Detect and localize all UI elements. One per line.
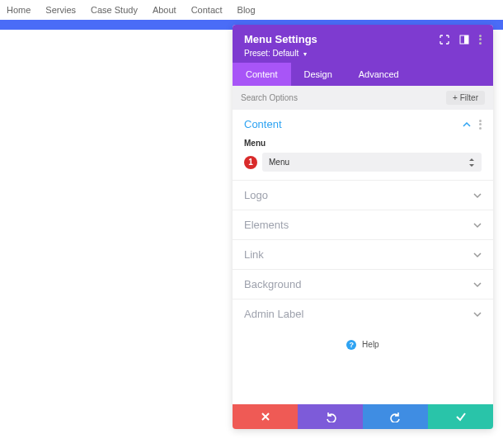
undo-icon	[325, 411, 336, 422]
tab-advanced[interactable]: Advanced	[346, 63, 412, 86]
chevron-down-icon	[473, 310, 482, 318]
panel-body: Content Menu 1 Menu Logo Elements	[233, 110, 493, 404]
section-content-toggle[interactable]: Content	[233, 110, 493, 139]
nav-contact[interactable]: Contact	[191, 5, 223, 15]
sort-icon	[468, 158, 475, 167]
section-link-title: Link	[244, 248, 264, 261]
section-logo-title: Logo	[244, 189, 268, 201]
section-admin-label-title: Admin Label	[244, 308, 303, 320]
caret-down-icon: ▾	[303, 50, 307, 58]
panel-tabs: Content Design Advanced	[233, 63, 493, 86]
section-logo-toggle[interactable]: Logo	[233, 181, 493, 210]
menu-field: Menu 1 Menu	[233, 139, 493, 180]
preset-label: Preset:	[244, 49, 270, 58]
nav-about[interactable]: About	[153, 5, 176, 15]
chevron-down-icon	[473, 251, 482, 259]
expand-icon[interactable]	[440, 35, 449, 45]
section-elements-title: Elements	[244, 219, 289, 231]
section-content-title: Content	[244, 118, 282, 130]
section-elements-toggle[interactable]: Elements	[233, 210, 493, 239]
kebab-icon[interactable]	[479, 35, 482, 45]
redo-button[interactable]	[363, 404, 428, 429]
nav-services[interactable]: Servies	[45, 5, 76, 15]
chevron-down-icon	[473, 191, 482, 200]
chevron-down-icon	[473, 281, 482, 289]
save-button[interactable]	[428, 404, 493, 429]
help-row[interactable]: ? Help	[233, 328, 493, 361]
redo-icon	[390, 411, 402, 422]
chevron-down-icon	[473, 221, 482, 229]
help-label: Help	[362, 340, 379, 349]
panel-title: Menu Settings	[244, 33, 317, 45]
panel-header: Menu Settings Preset: Default ▾	[233, 25, 493, 63]
panel-footer	[233, 404, 493, 429]
search-row: Search Options + Filter	[233, 86, 493, 110]
menu-select[interactable]: Menu	[262, 153, 482, 172]
filter-label: Filter	[460, 93, 478, 102]
close-icon	[260, 411, 271, 422]
chevron-up-icon	[463, 120, 471, 129]
undo-button[interactable]	[298, 404, 363, 429]
check-icon	[455, 411, 467, 422]
menu-select-value: Menu	[269, 158, 289, 167]
page-nav: Home Servies Case Study About Contact Bl…	[0, 0, 503, 20]
menu-field-label: Menu	[244, 139, 482, 148]
search-input[interactable]: Search Options	[241, 93, 298, 102]
cancel-button[interactable]	[233, 404, 298, 429]
section-background-toggle[interactable]: Background	[233, 270, 493, 299]
section-admin-label-toggle[interactable]: Admin Label	[233, 299, 493, 328]
section-background-title: Background	[244, 278, 301, 290]
section-kebab-icon[interactable]	[479, 120, 482, 130]
preset-selector[interactable]: Preset: Default ▾	[244, 49, 482, 58]
nav-home[interactable]: Home	[7, 5, 31, 15]
snap-icon[interactable]	[459, 35, 469, 45]
tab-content[interactable]: Content	[233, 63, 291, 86]
nav-case-study[interactable]: Case Study	[91, 5, 138, 15]
tab-design[interactable]: Design	[291, 63, 346, 86]
svg-rect-1	[464, 35, 468, 44]
section-link-toggle[interactable]: Link	[233, 240, 493, 269]
filter-button[interactable]: + Filter	[446, 91, 485, 105]
nav-blog[interactable]: Blog	[237, 5, 256, 15]
preset-value: Default	[272, 49, 299, 58]
step-badge: 1	[244, 156, 257, 169]
plus-icon: +	[453, 93, 458, 102]
menu-settings-panel: Menu Settings Preset: Default ▾ Content …	[233, 25, 493, 429]
help-icon: ?	[346, 340, 356, 350]
